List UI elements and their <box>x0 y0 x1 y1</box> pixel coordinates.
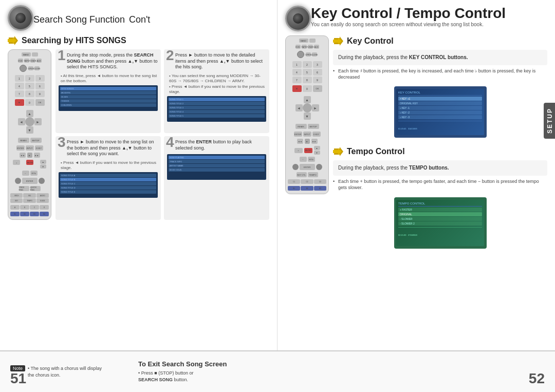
key-screen-footer: 01:23:45 31415926 <box>398 121 482 132</box>
num-r-0[interactable]: 0 <box>303 85 312 92</box>
tempo-screen-row-3: - SLOWER <box>398 217 482 221</box>
rb-band: BAND <box>22 52 31 57</box>
num-9[interactable]: 9 <box>35 90 45 97</box>
bottom-section: Note • The song with a chorus will displ… <box>0 351 555 392</box>
screen-row-hl4: NOW PLAYING <box>169 156 265 159</box>
rb-circle2 <box>39 178 45 184</box>
rb-a: A <box>10 205 20 210</box>
step-1-screen: HITS SONGS MODERN 30-60S 70S/80S CHILDRE… <box>59 85 158 111</box>
rb-r-ff: ►► <box>311 139 318 144</box>
page-number-right: 52 <box>529 370 545 387</box>
rb-b: B <box>20 205 29 210</box>
rb-r-key-ctrl: KEY CTL <box>297 172 307 177</box>
rb-r-mvtop: MVTOP <box>308 124 319 129</box>
rb-blank <box>32 52 38 57</box>
rb-quick-eng: QUICK ENG <box>30 186 41 191</box>
key-control-section: Key Control During the playback, press t… <box>333 35 547 141</box>
num-0[interactable]: 0 <box>25 99 34 106</box>
step-3-text: Press ► button to move to the song list … <box>59 139 158 157</box>
rb-blue1: B1 <box>10 212 20 216</box>
num-8[interactable]: 8 <box>25 90 34 97</box>
key-screen-row-2: ORIGINAL KEY <box>398 101 482 105</box>
tempo-screen-label: TEMPO CONTROL <box>398 202 482 207</box>
page-number-left: 51 <box>10 370 26 387</box>
rb-r-circle2 <box>316 164 322 170</box>
num-r-6[interactable]: 6 <box>313 69 322 76</box>
dpad-center[interactable] <box>25 117 34 126</box>
steps-grid: 1 During the stop mode, press the SEARCH… <box>55 49 269 220</box>
num-5[interactable]: 5 <box>25 83 34 89</box>
dpad-down[interactable]: ▼ <box>26 126 33 134</box>
screen-row-hl2: SONG TITLE 1 <box>169 98 265 101</box>
num-r-1[interactable]: 1 <box>292 61 302 68</box>
rb-tuning-dn: ▼ <box>40 164 46 169</box>
key-control-bullet: Each time ♯ button is pressed, the key i… <box>333 68 547 80</box>
num-r-2[interactable]: 2 <box>303 61 312 68</box>
num-6[interactable]: 6 <box>35 83 45 89</box>
rb-c: C <box>30 205 39 210</box>
key-control-screen: KEY CONTROL ♯ KEY +1 ORIGINAL KEY ♭ KEY … <box>394 86 487 138</box>
num-r-3[interactable]: 3 <box>313 61 322 68</box>
key-screen-label: KEY CONTROL <box>398 91 482 96</box>
power-button-right[interactable] <box>297 51 304 58</box>
rb-music: M <box>15 99 24 106</box>
step-2-box: 2 Press ► button to move to the detailed… <box>164 49 269 133</box>
num-7[interactable]: 7 <box>15 90 24 97</box>
tempo-control-info-text: During the playback, press the TEMPO but… <box>338 164 542 172</box>
rb-d: D <box>40 205 49 210</box>
rb-play: ► <box>27 153 32 158</box>
step-4-box: 4 Press the ENTER button to play back se… <box>164 136 269 220</box>
rb-r-tempo: TEMPO <box>308 172 318 177</box>
step-2-text: Press ► button to move to the detailed i… <box>167 52 266 70</box>
rb-r-circle1 <box>292 164 299 170</box>
dpad-r-left[interactable]: ◄ <box>295 104 303 111</box>
remote-control-right: BAND DVD TAPE TUNER AUX OPEN <box>285 35 329 194</box>
num-1[interactable]: 1 <box>15 75 24 82</box>
rb-aux: AUX <box>36 59 42 63</box>
key-control-title: Key Control <box>347 36 394 46</box>
dpad-r-down[interactable]: ▼ <box>304 113 311 120</box>
rb-r-ok: OK <box>313 85 322 92</box>
rb-r-rew: ◄◄ <box>297 139 303 144</box>
key-control-info-box: During the playback, press the KEY CONTR… <box>333 50 547 65</box>
remote-control-left: BAND DVD TAPE TUNER AUX OPEN CLOSE <box>8 49 51 220</box>
step-1-bullet: • At this time, press ◄ button to move t… <box>59 73 158 84</box>
tempo-screen-row-4: - SLOWER 2 <box>398 221 482 226</box>
rb-r-minus: − <box>300 157 307 162</box>
rb-r-plus: + <box>294 148 303 153</box>
num-r-9[interactable]: 9 <box>313 77 322 83</box>
rb-blue4: B4 <box>40 212 49 216</box>
rb-ff: ►► <box>34 153 40 158</box>
rb-dvd: DVD <box>18 59 23 63</box>
dpad-r-right[interactable]: ► <box>312 104 319 111</box>
arrow-bullet-icon-key <box>333 35 344 47</box>
num-3[interactable]: 3 <box>35 75 45 82</box>
step-2-bullet: • You can select the song among MODERN →… <box>167 73 266 95</box>
num-r-8[interactable]: 8 <box>303 77 312 83</box>
rb-r-input: INPUT <box>303 132 311 137</box>
dpad-r-up[interactable]: ▲ <box>304 96 311 103</box>
num-r-7[interactable]: 7 <box>292 77 302 83</box>
remote-r-top: BAND <box>299 39 316 43</box>
dpad-r-center[interactable] <box>303 103 312 113</box>
right-content-wrap: BAND DVD TAPE TUNER AUX OPEN <box>285 35 547 257</box>
num-r-5[interactable]: 5 <box>303 69 312 76</box>
rb-audio: AUDIO <box>36 193 49 198</box>
dpad-up[interactable]: ▲ <box>26 110 33 117</box>
power-button[interactable] <box>20 65 27 72</box>
screen-row-1: MODERN <box>60 91 156 95</box>
num-r-4[interactable]: 4 <box>292 69 302 76</box>
key-control-info-text: During the playback, press the KEY CONTR… <box>338 54 542 61</box>
num-2[interactable]: 2 <box>25 75 34 82</box>
remote-dpad: ▲ ▼ ◄ ► <box>17 109 43 135</box>
dpad-right[interactable]: ► <box>34 118 42 125</box>
rb-tempo: TEMPO <box>23 198 35 203</box>
page: Search Song Function Con't Searching by … <box>0 0 555 392</box>
step-4-number: 4 <box>166 135 174 150</box>
left-content: BAND DVD TAPE TUNER AUX OPEN CLOSE <box>8 49 269 220</box>
exit-text-2: SEARCH SONG button. <box>138 377 545 384</box>
rb-r-enter: ENTER <box>294 132 302 137</box>
dpad-left[interactable]: ◄ <box>18 118 25 125</box>
right-remote-col: BAND DVD TAPE TUNER AUX OPEN <box>285 35 329 257</box>
num-4[interactable]: 4 <box>15 83 24 89</box>
